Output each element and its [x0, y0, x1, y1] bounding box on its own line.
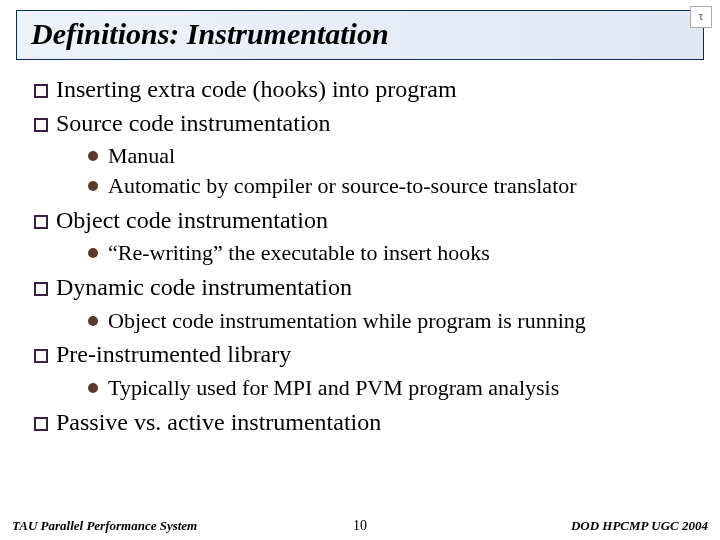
- footer: TAU Parallel Performance System 10 DOD H…: [0, 518, 720, 534]
- bullet-item: Source code instrumentation Manual Autom…: [28, 108, 692, 201]
- bullet-text: Pre-instrumented library: [56, 341, 291, 367]
- slide-number: 10: [0, 518, 720, 534]
- subbullet-item: Object code instrumentation while progra…: [84, 306, 692, 336]
- subbullet-item: “Re-writing” the executable to insert ho…: [84, 238, 692, 268]
- title-bar: Definitions: Instrumentation: [16, 10, 704, 60]
- slide-title: Definitions: Instrumentation: [31, 17, 389, 50]
- bullet-item: Object code instrumentation “Re-writing”…: [28, 205, 692, 268]
- bullet-item: Dynamic code instrumentation Object code…: [28, 272, 692, 335]
- subbullet-item: Manual: [84, 141, 692, 171]
- slide-content: Inserting extra code (hooks) into progra…: [0, 60, 720, 438]
- subbullet-item: Typically used for MPI and PVM program a…: [84, 373, 692, 403]
- bullet-item: Passive vs. active instrumentation: [28, 407, 692, 439]
- tau-logo: τ: [690, 6, 712, 28]
- subbullet-item: Automatic by compiler or source-to-sourc…: [84, 171, 692, 201]
- bullet-text: Source code instrumentation: [56, 110, 331, 136]
- bullet-text: Dynamic code instrumentation: [56, 274, 352, 300]
- bullet-text: Object code instrumentation: [56, 207, 328, 233]
- bullet-item: Inserting extra code (hooks) into progra…: [28, 74, 692, 106]
- bullet-item: Pre-instrumented library Typically used …: [28, 339, 692, 402]
